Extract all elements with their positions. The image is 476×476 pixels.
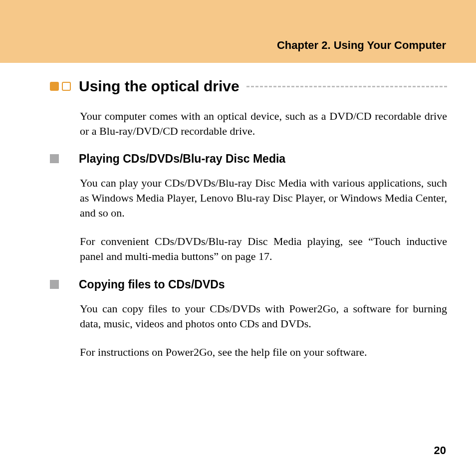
body-paragraph: You can copy files to your CDs/DVDs with… xyxy=(80,301,447,331)
subsection-heading: Copying files to CDs/DVDs xyxy=(50,278,447,291)
square-bullet-icon xyxy=(50,280,59,289)
heading-rule-icon xyxy=(246,86,447,87)
body-paragraph: For instructions on Power2Go, see the he… xyxy=(80,345,447,360)
subsection-heading: Playing CDs/DVDs/Blu-ray Disc Media xyxy=(50,152,447,166)
section-heading: Using the optical drive xyxy=(50,78,447,95)
content-area: Using the optical drive Your computer co… xyxy=(0,63,476,360)
section-intro-paragraph: Your computer comes with an optical devi… xyxy=(80,109,447,138)
section-title: Using the optical drive xyxy=(79,78,239,95)
header-band: Chapter 2. Using Your Computer xyxy=(0,0,476,63)
subsection-title: Copying files to CDs/DVDs xyxy=(79,278,225,291)
square-bullet-icon xyxy=(50,154,59,163)
bullet-outline-icon xyxy=(62,82,71,91)
section-bullet-icon xyxy=(50,82,71,91)
body-paragraph: For convenient CDs/DVDs/Blu-ray Disc Med… xyxy=(80,234,447,263)
document-page: Chapter 2. Using Your Computer Using the… xyxy=(0,0,476,476)
page-number: 20 xyxy=(434,444,446,457)
subsection-title: Playing CDs/DVDs/Blu-ray Disc Media xyxy=(79,152,285,166)
chapter-title: Chapter 2. Using Your Computer xyxy=(277,39,446,52)
body-paragraph: You can play your CDs/DVDs/Blu-ray Disc … xyxy=(80,176,447,220)
bullet-solid-icon xyxy=(50,82,59,91)
